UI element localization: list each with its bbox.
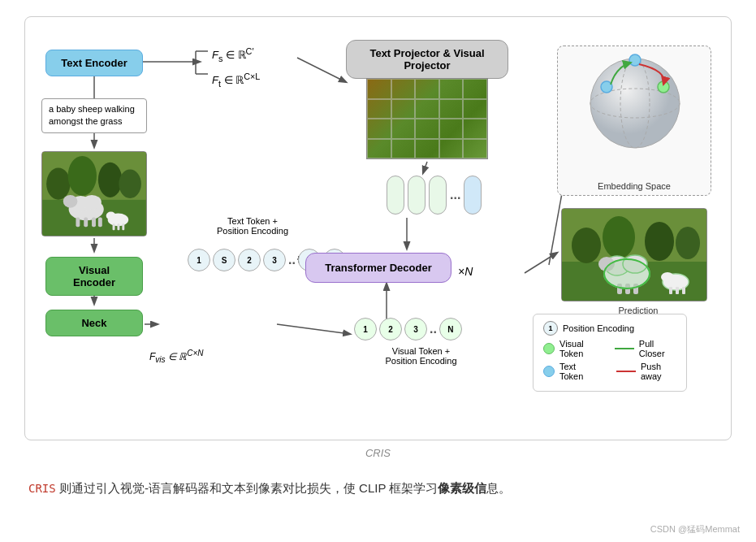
- vtoken-dots: ..: [430, 322, 437, 336]
- legend-push-label: Push away: [641, 362, 676, 381]
- col-token-3: [429, 176, 447, 215]
- svg-line-14: [277, 324, 350, 334]
- main-container: Text Encoder a baby sheep walking amongs…: [0, 0, 756, 519]
- legend-text-label: Text Token: [559, 362, 594, 381]
- legend-green-icon: [543, 343, 555, 354]
- feature-map: [366, 78, 488, 159]
- legend-line-green-icon: [615, 348, 634, 349]
- svg-rect-35: [122, 223, 124, 230]
- svg-rect-34: [117, 223, 119, 230]
- svg-point-36: [590, 59, 680, 148]
- feature-cell: [463, 139, 487, 159]
- svg-line-6: [423, 162, 427, 173]
- legend-num-icon: 1: [543, 321, 558, 336]
- feature-grid: [367, 79, 487, 158]
- svg-rect-28: [84, 217, 88, 227]
- fvis-label: Fvis ∈ ℝC×N: [149, 349, 204, 364]
- feature-cell: [415, 99, 439, 119]
- token-2: 2: [238, 249, 261, 271]
- description-area: CRIS 则通过引入视觉-语言解码器和文本到像素对比损失，使 CLIP 框架学习…: [24, 469, 732, 503]
- vtoken-1: 1: [354, 318, 377, 340]
- col-token-blue: [464, 176, 482, 215]
- feature-cell: [391, 99, 416, 119]
- diagram-area: Text Encoder a baby sheep walking amongs…: [24, 16, 732, 440]
- feature-cell: [415, 79, 439, 99]
- feature-cell: [367, 119, 391, 139]
- legend-box: 1 Position Encoding Visual Token Pull Cl…: [533, 314, 687, 392]
- token-3: 3: [263, 249, 286, 271]
- sheep-image: [41, 151, 147, 236]
- vtoken-3: 3: [404, 318, 427, 340]
- description-text-after: 息。: [486, 481, 511, 495]
- svg-point-60: [604, 259, 650, 288]
- feature-cell: [463, 119, 487, 139]
- neck-box: Neck: [45, 310, 143, 336]
- feature-cell: [439, 99, 464, 119]
- feature-cell: [439, 119, 464, 139]
- vtoken-n: N: [439, 318, 462, 340]
- token-s: S: [213, 249, 235, 271]
- legend-text-token: Text Token Push away: [543, 362, 676, 381]
- footer: CSDN @猛码Memmat: [650, 523, 740, 535]
- feature-cell: [415, 139, 439, 159]
- legend-position-encoding: 1 Position Encoding: [543, 321, 676, 336]
- token-dots: ..: [288, 253, 296, 267]
- svg-point-56: [661, 272, 674, 282]
- feature-cell: [439, 79, 464, 99]
- svg-rect-30: [98, 217, 102, 227]
- svg-rect-57: [669, 287, 672, 294]
- transformer-decoder-box: Transformer Decoder: [305, 253, 451, 283]
- svg-point-19: [46, 168, 70, 200]
- feature-cell: [367, 79, 391, 99]
- col-token-2: [408, 176, 426, 215]
- cris-code: CRIS: [28, 482, 56, 495]
- svg-line-4: [297, 58, 346, 82]
- svg-rect-59: [682, 287, 685, 294]
- feature-cell: [439, 139, 464, 159]
- legend-position-label: Position Encoding: [563, 323, 634, 333]
- embedding-box: Embedding Space: [557, 46, 711, 196]
- description-bold: 像素级信: [438, 481, 486, 495]
- input-text-box: a baby sheep walking amongst the grass: [41, 98, 147, 133]
- col-token-1: [387, 176, 404, 215]
- svg-point-46: [645, 222, 674, 261]
- feature-cell: [391, 119, 416, 139]
- svg-point-22: [119, 170, 140, 198]
- text-encoder-box: Text Encoder: [45, 50, 143, 76]
- description-text-before: 则通过引入视觉-语言解码器和文本到像素对比损失，使 CLIP 框架学习: [56, 481, 438, 495]
- legend-visual-token: Visual Token Pull Closer: [543, 339, 676, 358]
- feature-cell: [463, 79, 487, 99]
- svg-point-32: [106, 212, 116, 220]
- feature-cell: [415, 119, 439, 139]
- feature-cell: [367, 139, 391, 159]
- feature-cell: [463, 99, 487, 119]
- prediction-image: [561, 208, 707, 301]
- legend-pull-label: Pull Closer: [639, 339, 676, 358]
- svg-rect-29: [92, 217, 96, 227]
- col-token-dots: ...: [450, 188, 460, 202]
- svg-point-26: [63, 195, 78, 208]
- diagram-title: CRIS: [24, 447, 732, 459]
- diagram-inner: Text Encoder a baby sheep walking amongs…: [37, 33, 736, 431]
- legend-visual-label: Visual Token: [559, 339, 603, 358]
- column-tokens: ...: [387, 176, 482, 215]
- projector-box: Text Projector & Visual Projector: [346, 40, 508, 79]
- times-n: ×N: [458, 265, 473, 278]
- feature-cell: [391, 139, 416, 159]
- legend-line-red-icon: [616, 371, 636, 372]
- math-notation: Fs ∈ ℝC′ Ft ∈ ℝC×L: [212, 43, 260, 93]
- svg-rect-33: [113, 223, 115, 230]
- svg-rect-27: [76, 217, 80, 227]
- svg-point-39: [629, 54, 641, 66]
- svg-point-47: [676, 227, 700, 259]
- embedding-space-label: Embedding Space: [598, 181, 671, 191]
- svg-point-21: [98, 163, 122, 197]
- svg-point-44: [572, 228, 601, 263]
- svg-point-25: [82, 195, 102, 210]
- legend-blue-icon: [543, 366, 555, 377]
- embedding-sphere: [582, 50, 688, 156]
- visual-token-sequence: 1 2 3 .. N: [354, 318, 462, 340]
- svg-rect-58: [676, 287, 679, 294]
- visual-encoder-box: Visual Encoder: [45, 257, 143, 296]
- vtoken-2: 2: [379, 318, 402, 340]
